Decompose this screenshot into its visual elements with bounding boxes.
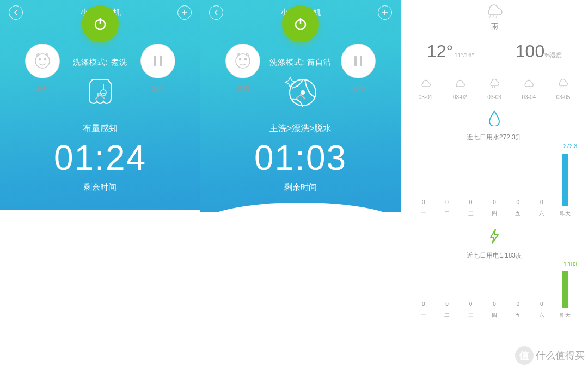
chevron-up-icon[interactable] bbox=[94, 93, 106, 102]
svg-line-25 bbox=[563, 86, 564, 88]
svg-rect-17 bbox=[354, 56, 357, 66]
rain-icon bbox=[483, 11, 506, 20]
chevron-up-icon[interactable] bbox=[295, 93, 307, 102]
svg-rect-9 bbox=[160, 56, 162, 66]
svg-point-16 bbox=[245, 59, 247, 60]
power-button[interactable] bbox=[282, 5, 319, 42]
water-title: 近七日用水272.3升 bbox=[406, 133, 583, 142]
axis-label: 二 bbox=[435, 207, 458, 217]
forecast-date: 03-05 bbox=[546, 94, 580, 100]
svg-point-6 bbox=[39, 59, 41, 60]
forecast-icon bbox=[487, 81, 501, 90]
forecast-icon bbox=[419, 81, 433, 90]
forecast-icon bbox=[453, 81, 467, 90]
svg-rect-8 bbox=[154, 56, 156, 66]
remain-label: 剩余时间 bbox=[0, 182, 200, 193]
pause-button[interactable] bbox=[140, 44, 175, 78]
svg-line-24 bbox=[561, 86, 561, 88]
back-button[interactable] bbox=[9, 5, 23, 20]
bar-col: 0 bbox=[459, 301, 482, 308]
forecast-date: 03-02 bbox=[443, 94, 477, 100]
bar-value: 0 bbox=[445, 199, 449, 205]
bar-value: 0 bbox=[517, 301, 520, 307]
bar-value: 0 bbox=[493, 301, 496, 307]
svg-point-5 bbox=[35, 54, 50, 68]
bar-col: 0 bbox=[482, 199, 506, 206]
forecast-date: 03-01 bbox=[408, 94, 443, 100]
axis-label: 四 bbox=[482, 207, 506, 217]
forecast-icon bbox=[522, 81, 536, 90]
axis-label: 一 bbox=[412, 207, 435, 217]
pause-label: 暂停 bbox=[341, 84, 376, 93]
back-button[interactable] bbox=[209, 5, 223, 20]
bar-value: 0 bbox=[493, 199, 496, 205]
bar-value: 0 bbox=[445, 301, 449, 307]
forecast-item: 03-05 bbox=[546, 77, 580, 100]
bar-col bbox=[554, 153, 577, 206]
bar-value: 0 bbox=[540, 301, 543, 307]
axis-label: 六 bbox=[530, 309, 553, 319]
axis-label: 四 bbox=[482, 309, 506, 319]
bar-col: 0 bbox=[530, 301, 553, 308]
bar-col: 0 bbox=[412, 199, 435, 206]
power-max-label: 1.183 bbox=[564, 261, 577, 267]
axis-label: 五 bbox=[506, 207, 530, 217]
pause-button[interactable] bbox=[341, 44, 376, 78]
power-bolt-icon bbox=[406, 228, 583, 247]
bar-value: 0 bbox=[517, 199, 520, 205]
svg-line-20 bbox=[493, 15, 494, 18]
forecast-item: 03-04 bbox=[512, 77, 546, 100]
child-lock-button[interactable] bbox=[225, 44, 260, 78]
svg-line-19 bbox=[489, 15, 491, 18]
weather-usage-panel: 雨 12°11°/16° 100%湿度 03-0103-0203-0303-04… bbox=[401, 0, 588, 367]
bar-col: 0 bbox=[435, 301, 458, 308]
bar-rect bbox=[562, 154, 568, 206]
power-button[interactable] bbox=[82, 5, 119, 42]
add-button[interactable] bbox=[177, 5, 192, 20]
power-chart: 1.183 000000 一二三四五六昨天 bbox=[409, 265, 579, 319]
svg-point-7 bbox=[45, 59, 46, 60]
svg-line-21 bbox=[496, 15, 497, 18]
bar-col: 0 bbox=[506, 199, 530, 206]
child-lock-button[interactable] bbox=[25, 44, 60, 78]
forecast-row: 03-0103-0203-0303-0403-05 bbox=[406, 77, 583, 100]
bar-col: 0 bbox=[482, 301, 506, 308]
child-lock-label: 童锁 bbox=[225, 84, 260, 93]
water-max-label: 272.3 bbox=[564, 143, 577, 149]
svg-rect-18 bbox=[360, 56, 362, 66]
axis-label: 三 bbox=[459, 309, 482, 319]
forecast-item: 03-02 bbox=[443, 77, 477, 100]
bar-rect bbox=[562, 271, 568, 308]
bar-col: 0 bbox=[530, 199, 553, 206]
forecast-date: 03-03 bbox=[477, 94, 511, 100]
washer-panel-2: 小吉洗衣机 洗涤模式: 筒自洁 主洗>漂洗>脱水 01:03 剩余时间 bbox=[200, 0, 401, 367]
forecast-date: 03-04 bbox=[512, 94, 546, 100]
wave-divider bbox=[0, 210, 200, 367]
power-title: 近七日用电1.183度 bbox=[406, 251, 583, 260]
bar-col: 0 bbox=[412, 301, 435, 308]
add-button[interactable] bbox=[378, 5, 392, 20]
bar-col: 0 bbox=[459, 199, 482, 206]
washer-panel-1: 小吉洗衣机 洗涤模式: 煮洗 95℃ 布量感知 01:24 剩余时间 bbox=[0, 0, 200, 367]
axis-label: 昨天 bbox=[554, 309, 577, 319]
bar-value: 0 bbox=[422, 199, 425, 205]
axis-label: 三 bbox=[459, 207, 482, 217]
water-drop-icon bbox=[406, 110, 583, 129]
forecast-item: 03-01 bbox=[408, 77, 443, 100]
remain-label: 剩余时间 bbox=[200, 182, 401, 193]
pause-label: 暂停 bbox=[140, 84, 175, 93]
axis-label: 二 bbox=[435, 309, 458, 319]
svg-point-15 bbox=[240, 59, 241, 60]
child-lock-label: 童锁 bbox=[25, 84, 60, 93]
bar-value: 0 bbox=[422, 301, 425, 307]
water-chart: 272.3 000000 一二三四五六昨天 bbox=[409, 146, 579, 217]
forecast-icon bbox=[556, 81, 570, 90]
humidity: 100%湿度 bbox=[516, 41, 562, 62]
controls: 童锁 暂停 bbox=[200, 44, 401, 125]
axis-label: 一 bbox=[412, 309, 435, 319]
watermark-icon: 值 bbox=[515, 346, 534, 365]
weather-values: 12°11°/16° 100%湿度 bbox=[406, 41, 583, 62]
axis-label: 昨天 bbox=[554, 207, 577, 217]
bar-col: 0 bbox=[506, 301, 530, 308]
bar-value: 0 bbox=[469, 301, 473, 307]
